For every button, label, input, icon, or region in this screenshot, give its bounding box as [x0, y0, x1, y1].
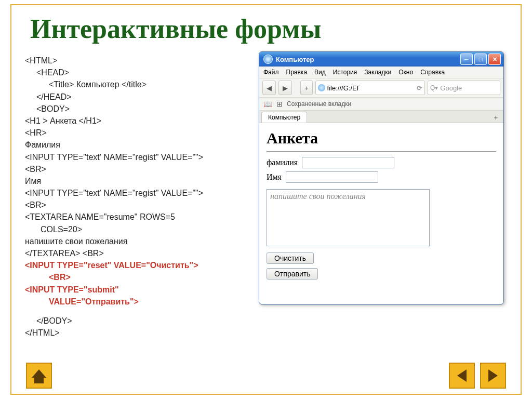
address-bar[interactable]: file:///G:/ЕГ ⟳: [315, 81, 425, 95]
search-icon: Q▾: [430, 84, 438, 91]
search-box[interactable]: Q▾ Google: [428, 81, 500, 95]
surname-label: фамилия: [267, 158, 298, 167]
window-title: Компьютер: [276, 56, 314, 63]
tab-bar: Компьютер +: [259, 111, 503, 123]
code-listing: <HTML> <HEAD> <Title> Компьютер </title>…: [25, 51, 248, 339]
code-line: <BR>: [25, 199, 248, 211]
code-line: <HEAD>: [25, 66, 248, 78]
name-input[interactable]: [286, 171, 378, 183]
code-line: напишите свои пожелания: [25, 235, 248, 247]
rendered-page: Анкета фамилия Имя Очистить Отправить: [259, 123, 503, 304]
maximize-button[interactable]: □: [474, 54, 487, 65]
submit-button[interactable]: Отправить: [267, 268, 318, 280]
code-line: <TEXTAREA NAME="resume" ROWS=5: [25, 211, 248, 223]
slide-title: Интерактивные формы: [30, 14, 523, 44]
minimize-button[interactable]: ─: [460, 54, 473, 65]
code-line-highlight: VALUE="Отправить">: [25, 296, 248, 308]
menu-file[interactable]: Файл: [263, 69, 279, 76]
name-label: Имя: [267, 172, 282, 181]
book-icon: 📖: [263, 100, 272, 108]
add-button[interactable]: +: [300, 81, 313, 95]
code-line: <HR>: [25, 127, 248, 139]
code-line: <Title> Компьютер </title>: [25, 78, 248, 90]
code-line-highlight: <INPUT TYPE="submit": [25, 284, 248, 296]
menu-bar: Файл Правка Вид История Закладки Окно Сп…: [259, 66, 503, 78]
code-line: <BR>: [25, 163, 248, 175]
menu-help[interactable]: Справка: [420, 69, 445, 76]
code-line: <H1 > Анкета </H1>: [25, 115, 248, 127]
arrow-left-icon: [457, 369, 467, 382]
back-button[interactable]: ◀: [262, 81, 276, 95]
menu-view[interactable]: Вид: [314, 69, 326, 76]
search-placeholder: Google: [440, 84, 462, 92]
code-line-highlight: <BR>: [25, 271, 248, 283]
menu-edit[interactable]: Правка: [286, 69, 308, 76]
code-line: Имя: [25, 175, 248, 187]
code-line: </BODY>: [25, 315, 248, 327]
code-line-highlight: <INPUT TYPE="reset" VALUE="Очистить">: [25, 259, 248, 271]
bookmarks-bar: 📖 ⊞ Сохраненные вкладки: [259, 98, 503, 111]
grid-icon: ⊞: [276, 100, 283, 108]
new-tab-button[interactable]: +: [490, 113, 501, 123]
site-icon: [318, 84, 325, 91]
nav-home-button[interactable]: [26, 363, 52, 389]
menu-bookmarks[interactable]: Закладки: [364, 69, 391, 76]
arrow-right-icon: [488, 369, 498, 382]
browser-window: Компьютер ─ □ ✕ Файл Правка Вид История …: [259, 51, 504, 304]
code-line: <INPUT TYPE="text' NAME="regist" VALUE="…: [25, 151, 248, 163]
page-heading: Анкета: [267, 129, 496, 147]
code-line: COLS=20>: [25, 223, 248, 235]
close-button[interactable]: ✕: [488, 54, 501, 65]
url-text: file:///G:/ЕГ: [327, 84, 361, 92]
surname-input[interactable]: [302, 157, 394, 168]
home-icon-base: [34, 377, 44, 383]
code-line: <INPUT TYPE="text' NAME="regist" VALUE="…: [25, 187, 248, 199]
nav-prev-button[interactable]: [449, 363, 475, 389]
bookmarks-label[interactable]: Сохраненные вкладки: [287, 100, 351, 108]
forward-button[interactable]: ▶: [278, 81, 292, 95]
hr-divider: [267, 151, 496, 152]
window-titlebar[interactable]: Компьютер ─ □ ✕: [259, 52, 503, 66]
toolbar: ◀ ▶ + file:///G:/ЕГ ⟳ Q▾ Google: [259, 78, 503, 98]
menu-window[interactable]: Окно: [398, 69, 413, 76]
wishes-textarea[interactable]: [267, 189, 430, 246]
refresh-icon[interactable]: ⟳: [417, 84, 422, 92]
code-line: <BODY>: [25, 103, 248, 115]
menu-history[interactable]: История: [333, 69, 357, 76]
code-line: </HTML>: [25, 327, 248, 339]
nav-next-button[interactable]: [480, 363, 506, 389]
code-line: <HTML>: [25, 55, 248, 66]
tab-computer[interactable]: Компьютер: [261, 112, 307, 123]
code-line: </TEXTAREA> <BR>: [25, 247, 248, 259]
reset-button[interactable]: Очистить: [267, 252, 314, 264]
code-line: </HEAD>: [25, 91, 248, 103]
globe-icon: [263, 55, 273, 64]
code-line: Фамилия: [25, 139, 248, 151]
home-icon: [32, 369, 46, 378]
